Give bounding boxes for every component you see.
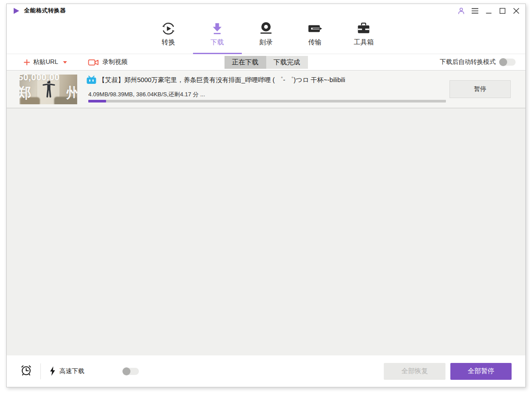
thumbnail-person xyxy=(42,80,55,98)
bilibili-icon xyxy=(86,75,97,84)
toolbar-left-group: 粘贴URL 录制视频 xyxy=(24,58,127,67)
record-video-button[interactable]: 录制视频 xyxy=(88,58,127,67)
progress-bar xyxy=(88,100,446,102)
tab-downloading[interactable]: 正在下载 xyxy=(225,56,266,69)
tab-transfer[interactable]: 传输 xyxy=(291,16,339,54)
tab-burn-label: 刻录 xyxy=(260,38,273,47)
user-account-icon[interactable] xyxy=(457,7,465,15)
transfer-icon xyxy=(307,20,323,37)
download-filter-tabs: 正在下载 下载完成 xyxy=(225,56,308,69)
auto-convert-toggle[interactable] xyxy=(500,59,516,66)
footer-buttons: 全部恢复 全部暂停 xyxy=(384,363,512,380)
tab-download-complete[interactable]: 下载完成 xyxy=(266,56,308,69)
toolbox-icon xyxy=(355,20,372,37)
tab-burn[interactable]: 刻录 xyxy=(242,16,291,54)
video-camera-icon xyxy=(88,58,99,67)
tab-download[interactable]: 下载 xyxy=(193,16,242,54)
plus-icon xyxy=(24,59,30,66)
record-video-label: 录制视频 xyxy=(102,58,127,66)
pause-button[interactable]: 暂停 xyxy=(449,80,511,98)
schedule-clock-icon[interactable] xyxy=(20,364,32,377)
toggle-knob xyxy=(122,367,130,375)
tab-download-label: 下载 xyxy=(211,38,224,47)
download-list-item: 50,000,00 郑 州 【艾叔】郑州5000万豪宅里，养条巨贵有没有排面_哔… xyxy=(7,71,525,108)
download-progress-text: 4.09MB/98.39MB, 386.04KB/S,还剩4.17 分 ... xyxy=(88,91,205,98)
tab-convert-label: 转换 xyxy=(162,38,175,47)
maximize-button[interactable] xyxy=(498,7,506,15)
high-speed-toggle[interactable] xyxy=(123,368,139,375)
resume-all-button[interactable]: 全部恢复 xyxy=(384,363,445,380)
tab-toolbox[interactable]: 工具箱 xyxy=(339,16,388,54)
close-button[interactable] xyxy=(512,7,520,15)
menu-icon[interactable] xyxy=(471,7,479,15)
high-speed-group: 高速下载 xyxy=(49,366,84,376)
thumbnail-overlay-text: 50,000,00 xyxy=(20,75,77,83)
paste-url-label: 粘贴URL xyxy=(33,58,58,66)
tab-transfer-label: 传输 xyxy=(308,38,322,47)
download-toolbar: 粘贴URL 录制视频 正在下载 下载完成 下载后自动转换模式 xyxy=(7,54,525,71)
app-title: 全能格式转换器 xyxy=(24,7,66,15)
auto-convert-group: 下载后自动转换模式 xyxy=(440,58,516,66)
tab-toolbox-label: 工具箱 xyxy=(354,38,374,47)
high-speed-label: 高速下载 xyxy=(59,367,84,375)
download-icon xyxy=(209,20,225,37)
minimize-button[interactable] xyxy=(485,7,493,15)
toggle-knob xyxy=(499,58,507,66)
main-nav: 转换 下载 刻录 xyxy=(7,16,525,54)
burn-disc-icon xyxy=(258,20,274,37)
app-logo-icon xyxy=(12,7,20,15)
tab-convert[interactable]: 转换 xyxy=(144,16,193,54)
title-bar: 全能格式转换器 xyxy=(7,4,525,16)
pause-all-button[interactable]: 全部暂停 xyxy=(450,363,512,380)
progress-fill xyxy=(88,100,106,102)
video-thumbnail: 50,000,00 郑 州 xyxy=(20,75,77,104)
download-item-title: 【艾叔】郑州5000万豪宅里，养条巨贵有没有排面_哔哩哔哩 ( ゜- ゜)つロ … xyxy=(99,76,445,84)
footer-bar: 高速下载 全部恢复 全部暂停 xyxy=(7,355,525,387)
window-controls xyxy=(457,7,520,15)
footer-divider xyxy=(40,363,41,379)
auto-convert-label: 下载后自动转换模式 xyxy=(440,58,496,66)
convert-icon xyxy=(160,20,177,37)
lightning-icon xyxy=(49,366,56,376)
paste-url-button[interactable]: 粘贴URL xyxy=(24,58,67,66)
app-window: 全能格式转换器 xyxy=(6,4,526,387)
download-list-area xyxy=(7,108,525,355)
chevron-down-icon xyxy=(63,61,67,64)
